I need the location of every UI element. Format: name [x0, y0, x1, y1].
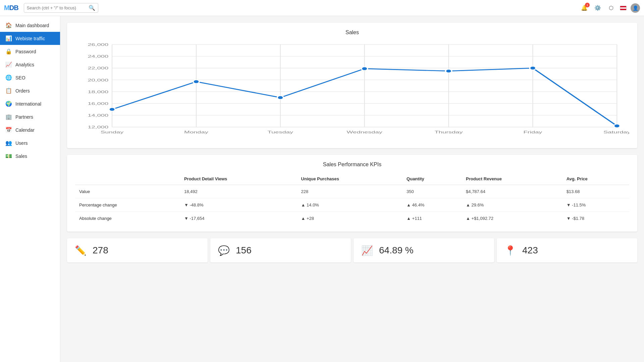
sidebar-item-sales[interactable]: 💵Sales: [0, 149, 60, 163]
topnav-right: 🔔 1 ⚙️ ⬡ 👤: [580, 3, 640, 13]
sidebar-icon-partners: 🏢: [5, 114, 11, 120]
sidebar-label-main-dashboard: Main dashboard: [15, 23, 49, 28]
sidebar-icon-users: 👥: [5, 140, 11, 146]
stat-card-stat4: 📍 423: [497, 238, 637, 262]
kpi-row-label: Value: [75, 185, 180, 198]
stat-icon-stat1: ✏️: [74, 244, 87, 257]
notification-icon[interactable]: 🔔 1: [580, 3, 589, 13]
kpi-col-header: Unique Purchases: [297, 173, 402, 185]
sales-chart-title: Sales: [75, 29, 629, 36]
settings-icon[interactable]: ⚙️: [593, 3, 602, 13]
stat-value-stat3: 64.89 %: [379, 245, 414, 256]
kpi-cell: 350: [402, 185, 462, 198]
svg-text:16,000: 16,000: [88, 101, 108, 106]
sidebar-label-sales: Sales: [15, 154, 27, 159]
kpi-col-header: [75, 173, 180, 185]
sidebar-item-analytics[interactable]: 📈Analytics: [0, 58, 60, 71]
sidebar-item-orders[interactable]: 📋Orders: [0, 84, 60, 97]
sidebar-item-calendar[interactable]: 📅Calendar: [0, 123, 60, 136]
kpi-cell: ▲ +$1,092.72: [462, 212, 562, 225]
kpi-row: Absolute change▼ -17,654▲ +28▲ +111▲ +$1…: [75, 212, 629, 225]
stat-icon-stat4: 📍: [503, 244, 517, 257]
sidebar-item-website-traffic[interactable]: 📊Webiste traffic: [0, 32, 60, 45]
svg-text:Sunday: Sunday: [101, 130, 124, 135]
svg-point-31: [193, 80, 199, 83]
language-flag[interactable]: [620, 6, 627, 10]
sidebar-icon-sales: 💵: [5, 153, 11, 159]
stat-icon-stat3: 📈: [360, 244, 374, 257]
kpi-row-label: Absolute change: [75, 212, 180, 225]
sidebar: 🏠Main dashboard📊Webiste traffic🔒Password…: [0, 16, 60, 362]
kpi-cell: ▲ 14.0%: [297, 198, 402, 212]
svg-text:22,000: 22,000: [88, 66, 108, 71]
svg-point-36: [614, 124, 620, 128]
kpi-col-header: Product Detail Views: [180, 173, 297, 185]
stat-icon-stat2: 💬: [217, 244, 230, 257]
svg-text:Saturday: Saturday: [603, 130, 629, 135]
stat-value-stat2: 156: [236, 245, 252, 256]
kpi-title: Sales Performance KPIs: [75, 162, 629, 168]
search-input[interactable]: [27, 5, 87, 10]
search-button[interactable]: 🔍: [89, 5, 95, 11]
sidebar-item-seo[interactable]: 🌐SEO: [0, 71, 60, 84]
sidebar-icon-analytics: 📈: [5, 61, 11, 68]
kpi-cell: $4,787.64: [462, 185, 562, 198]
sidebar-icon-main-dashboard: 🏠: [5, 22, 11, 28]
svg-text:Friday: Friday: [523, 130, 542, 135]
stat-value-stat1: 278: [93, 245, 108, 256]
svg-text:24,000: 24,000: [88, 54, 108, 59]
sidebar-item-password[interactable]: 🔒Password: [0, 45, 60, 58]
kpi-row: Value18,492228350$4,787.64$13.68: [75, 185, 629, 198]
svg-text:14,000: 14,000: [88, 113, 108, 118]
kpi-cell: 228: [297, 185, 402, 198]
sidebar-item-international[interactable]: 🌍International: [0, 97, 60, 110]
sales-chart-container: 12,00014,00016,00018,00020,00022,00024,0…: [75, 41, 629, 141]
sidebar-icon-website-traffic: 📊: [5, 35, 11, 42]
notification-badge: 1: [585, 3, 590, 7]
sidebar-label-orders: Orders: [15, 88, 30, 94]
kpi-cell: ▼ -$1.78: [562, 212, 629, 225]
search-box[interactable]: 🔍: [24, 3, 98, 13]
sidebar-item-partners[interactable]: 🏢Partners: [0, 110, 60, 123]
stat-value-stat4: 423: [522, 245, 538, 256]
stat-card-stat1: ✏️ 278: [67, 238, 208, 262]
svg-text:Monday: Monday: [184, 130, 209, 135]
kpi-table: Product Detail ViewsUnique PurchasesQuan…: [75, 173, 629, 225]
svg-point-34: [445, 69, 451, 73]
kpi-cell: ▲ +28: [297, 212, 402, 225]
sidebar-label-seo: SEO: [15, 75, 25, 80]
kpi-row: Percentage change▼ -48.8%▲ 14.0%▲ 46.4%▲…: [75, 198, 629, 212]
stats-row: ✏️ 278 💬 156 📈 64.89 % 📍 423: [67, 238, 637, 262]
kpi-cell: ▲ +111: [402, 212, 462, 225]
kpi-cell: ▲ 29.6%: [462, 198, 562, 212]
svg-point-35: [530, 66, 536, 70]
sales-chart-svg: 12,00014,00016,00018,00020,00022,00024,0…: [75, 41, 629, 141]
kpi-col-header: Product Revenue: [462, 173, 562, 185]
kpi-cell: ▼ -11.5%: [562, 198, 629, 212]
svg-text:Thursday: Thursday: [435, 130, 463, 135]
sidebar-icon-international: 🌍: [5, 101, 11, 107]
svg-point-33: [362, 67, 368, 71]
kpi-cell: $13.68: [562, 185, 629, 198]
svg-text:Wednesday: Wednesday: [347, 130, 383, 135]
svg-text:26,000: 26,000: [88, 42, 108, 47]
svg-point-30: [109, 108, 115, 111]
kpi-card: Sales Performance KPIs Product Detail Vi…: [67, 155, 637, 232]
layout: 🏠Main dashboard📊Webiste traffic🔒Password…: [0, 16, 644, 362]
svg-text:20,000: 20,000: [88, 78, 108, 82]
sales-chart-card: Sales 12,00014,00016,00018,00020,00022,0…: [67, 23, 637, 148]
sidebar-label-website-traffic: Webiste traffic: [15, 36, 45, 41]
github-icon[interactable]: ⬡: [606, 3, 616, 13]
avatar[interactable]: 👤: [631, 3, 640, 13]
sidebar-icon-orders: 📋: [5, 87, 11, 94]
logo: MDB: [4, 4, 18, 12]
svg-text:Tuesday: Tuesday: [268, 130, 294, 135]
stat-card-stat2: 💬 156: [210, 238, 351, 262]
sidebar-item-main-dashboard[interactable]: 🏠Main dashboard: [0, 19, 60, 32]
kpi-row-label: Percentage change: [75, 198, 180, 212]
sidebar-icon-password: 🔒: [5, 48, 11, 55]
svg-text:18,000: 18,000: [88, 89, 108, 94]
sidebar-item-users[interactable]: 👥Users: [0, 136, 60, 149]
sidebar-label-users: Users: [15, 140, 28, 146]
kpi-col-header: Quantity: [402, 173, 462, 185]
